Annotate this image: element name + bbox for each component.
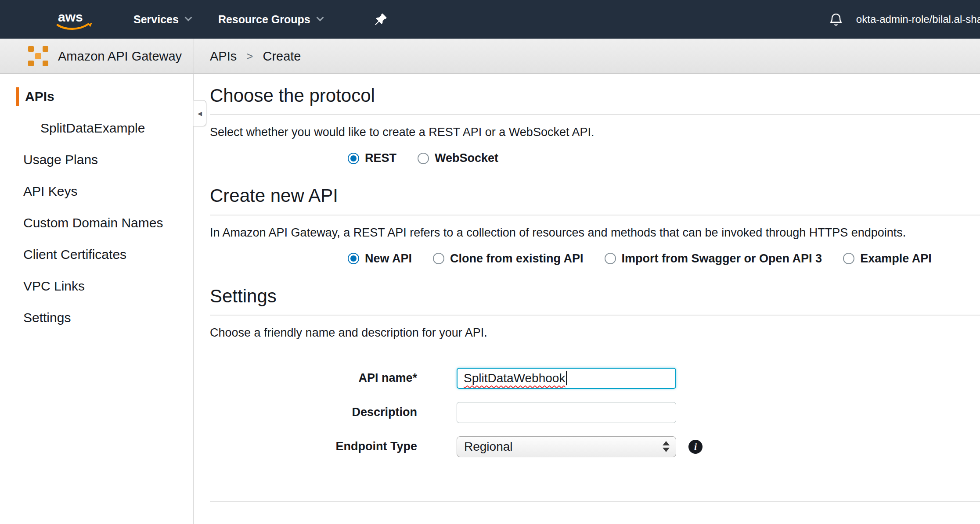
radio-button-icon	[843, 253, 854, 264]
bell-icon	[828, 11, 844, 27]
breadcrumb-create: Create	[263, 49, 301, 64]
divider	[210, 215, 980, 215]
radio-import-swagger[interactable]: Import from Swagger or Open API 3	[605, 252, 822, 266]
resource-groups-menu[interactable]: Resource Groups	[218, 13, 323, 26]
protocol-description: Select whether you would like to create …	[210, 126, 980, 139]
aws-logo-icon: aws	[52, 7, 96, 32]
endpoint-type-label: Endpoint Type	[210, 440, 417, 453]
description-label: Description	[210, 406, 417, 419]
services-menu[interactable]: Services	[133, 13, 191, 26]
radio-new-api[interactable]: New API	[348, 252, 412, 266]
service-home-link[interactable]: Amazon API Gateway	[28, 39, 182, 74]
settings-section-title: Settings	[210, 286, 980, 307]
select-stepper-icon	[659, 439, 674, 455]
radio-websocket[interactable]: WebSocket	[418, 151, 498, 165]
sidebar-item-api-keys[interactable]: API Keys	[0, 176, 193, 207]
sidebar-item-custom-domain-names[interactable]: Custom Domain Names	[0, 207, 193, 239]
service-name: Amazon API Gateway	[58, 49, 182, 64]
chevron-down-icon	[316, 14, 324, 22]
main-content: Choose the protocol Select whether you w…	[194, 74, 980, 524]
breadcrumb-separator: >	[246, 50, 253, 63]
sidebar-item-client-certificates[interactable]: Client Certificates	[0, 239, 193, 270]
description-input[interactable]	[457, 402, 676, 423]
radio-button-icon	[348, 153, 359, 164]
create-section-title: Create new API	[210, 185, 980, 206]
api-name-label: API name*	[210, 371, 417, 385]
divider	[194, 39, 194, 73]
breadcrumb-bar: Amazon API Gateway APIs > Create	[0, 39, 980, 74]
divider	[210, 114, 980, 115]
endpoint-type-select[interactable]: Regional	[457, 436, 676, 457]
api-gateway-icon	[28, 46, 48, 66]
aws-logo[interactable]: aws	[52, 7, 96, 32]
api-name-value: SplitDataWebhook	[464, 371, 565, 385]
sidebar-item-splitdataexample[interactable]: SplitDataExample	[0, 112, 193, 144]
protocol-radio-group: REST WebSocket	[348, 151, 980, 165]
info-icon[interactable]: i	[688, 440, 703, 454]
create-description: In Amazon API Gateway, a REST API refers…	[210, 226, 980, 240]
chevron-down-icon	[184, 14, 192, 22]
radio-button-icon	[418, 153, 429, 164]
sidebar-item-apis[interactable]: APIs	[0, 81, 193, 112]
sidebar-item-vpc-links[interactable]: VPC Links	[0, 270, 193, 302]
divider	[210, 501, 980, 502]
svg-text:aws: aws	[58, 10, 83, 24]
top-navigation-bar: aws Services Resource Groups okta-admin-…	[0, 0, 980, 39]
pin-shortcut-button[interactable]	[374, 12, 388, 26]
settings-form: API name* SplitDataWebhook Description E…	[210, 368, 980, 457]
account-menu[interactable]: okta-admin-role/bilal.al-sha	[856, 13, 980, 25]
breadcrumb: APIs > Create	[210, 39, 301, 74]
text-caret	[566, 371, 567, 385]
radio-button-icon	[433, 253, 444, 264]
radio-button-icon	[605, 253, 616, 264]
radio-button-icon	[348, 253, 359, 264]
notifications-button[interactable]	[828, 11, 844, 27]
settings-description: Choose a friendly name and description f…	[210, 326, 980, 340]
api-name-input[interactable]: SplitDataWebhook	[457, 368, 676, 389]
sidebar-item-usage-plans[interactable]: Usage Plans	[0, 144, 193, 176]
create-radio-group: New API Clone from existing API Import f…	[348, 252, 980, 266]
pin-icon	[374, 12, 388, 26]
api-name-row: API name* SplitDataWebhook	[210, 368, 980, 389]
description-row: Description	[210, 402, 980, 423]
sidebar-item-settings[interactable]: Settings	[0, 302, 193, 334]
endpoint-type-row: Endpoint Type Regional i	[210, 436, 980, 457]
endpoint-type-value: Regional	[464, 440, 513, 454]
chevron-left-icon: ◂	[198, 108, 202, 118]
radio-rest[interactable]: REST	[348, 151, 396, 165]
sidebar: APIs SplitDataExample Usage Plans API Ke…	[0, 74, 194, 524]
protocol-section-title: Choose the protocol	[210, 85, 980, 106]
breadcrumb-apis[interactable]: APIs	[210, 49, 237, 64]
radio-clone-existing-api[interactable]: Clone from existing API	[433, 252, 584, 266]
divider	[210, 315, 980, 316]
radio-example-api[interactable]: Example API	[843, 252, 932, 266]
nav-right-group: okta-admin-role/bilal.al-sha	[828, 0, 980, 39]
collapse-sidebar-button[interactable]: ◂	[193, 100, 206, 126]
